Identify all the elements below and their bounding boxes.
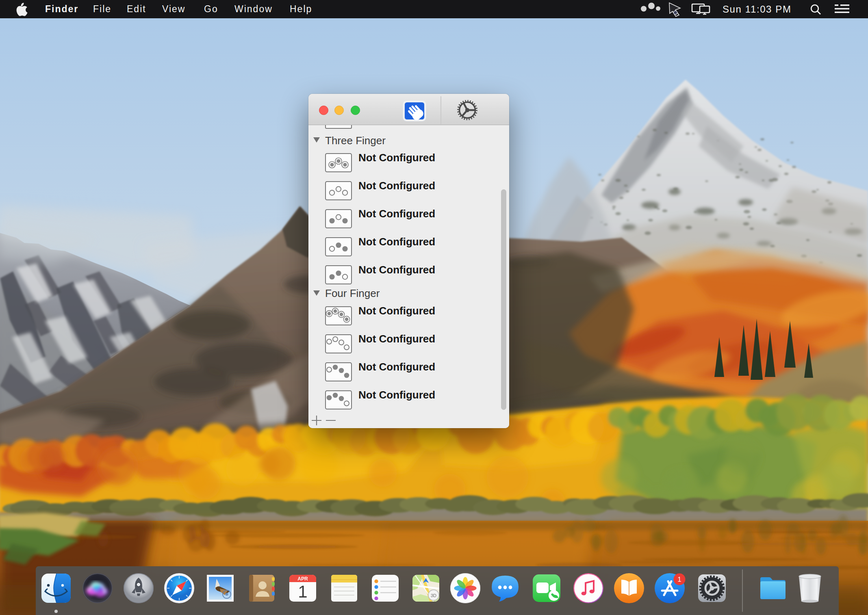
svg-text:3D: 3D <box>431 593 436 598</box>
svg-text:1: 1 <box>298 582 307 601</box>
svg-text:APR: APR <box>297 576 308 582</box>
svg-text:1: 1 <box>677 576 681 583</box>
